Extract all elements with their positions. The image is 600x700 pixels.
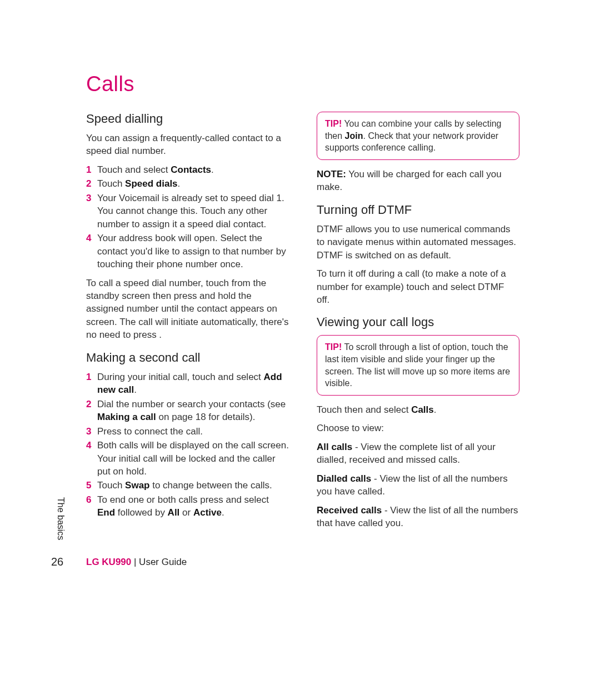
body-text: DTMF allows you to use numerical command… [317,223,519,262]
footer: LG KU990 | User Guide [86,557,187,568]
list-item: 4 Both calls will be displayed on the ca… [86,439,289,478]
section-heading-second-call: Making a second call [86,351,289,365]
step-text: Both calls will be displayed on the call… [97,439,289,478]
step-text: Dial the number or search your contacts … [97,398,289,424]
body-text: You can assign a frequently-called conta… [86,132,289,158]
tip-box: TIP! To scroll through a list of option,… [317,335,519,395]
definition-item: Received calls - View the list of all th… [317,504,519,530]
step-text: Touch Swap to change between the calls. [97,479,289,492]
step-text: To end one or both calls press and selec… [97,493,289,519]
step-text: Your address book will open. Select the … [97,232,289,271]
step-number: 2 [86,398,97,424]
step-text: Touch and select Contacts. [97,163,289,176]
body-text: Touch then and select Calls. [317,403,519,416]
step-number: 3 [86,425,97,438]
step-text: Press to connect the call. [97,425,289,438]
page-content: Calls Speed dialling You can assign a fr… [86,72,519,535]
step-number: 1 [86,163,97,176]
body-text: Choose to view: [317,422,519,434]
section-heading-speed-dialling: Speed dialling [86,112,289,126]
list-item: 5 Touch Swap to change between the calls… [86,479,289,492]
list-item: 3 Press to connect the call. [86,425,289,438]
list-item: 2 Dial the number or search your contact… [86,398,289,424]
tip-label: TIP! [325,342,342,352]
list-item: 1 Touch and select Contacts. [86,163,289,176]
section-side-label: The basics [56,497,66,540]
note-text: NOTE: You will be charged for each call … [317,168,519,194]
step-number: 1 [86,371,97,397]
body-text: To call a speed dial number, touch from … [86,277,289,342]
step-number: 5 [86,479,97,492]
two-column-layout: Speed dialling You can assign a frequent… [86,112,519,535]
step-number: 2 [86,177,97,190]
list-item: 4 Your address book will open. Select th… [86,232,289,271]
definition-item: Dialled calls - View the list of all the… [317,472,519,498]
list-item: 3 Your Voicemail is already set to speed… [86,192,289,231]
step-text: Touch Speed dials. [97,177,289,190]
step-text: Your Voicemail is already set to speed d… [97,192,289,231]
step-number: 4 [86,232,97,271]
step-number: 6 [86,493,97,519]
body-text: To turn it off during a call (to make a … [317,267,519,306]
note-label: NOTE: [317,169,346,179]
left-column: Speed dialling You can assign a frequent… [86,112,289,535]
page-number: 26 [51,556,63,568]
tip-box: TIP! You can combine your calls by selec… [317,112,519,160]
step-number: 3 [86,192,97,231]
section-heading-call-logs: Viewing your call logs [317,315,519,329]
footer-rest: | User Guide [131,557,187,567]
footer-brand: LG KU990 [86,557,131,567]
section-heading-dtmf: Turning off DTMF [317,203,519,217]
definition-item: All calls - View the complete list of al… [317,441,519,467]
tip-label: TIP! [325,119,342,128]
list-item: 1 During your initial call, touch and se… [86,371,289,397]
step-number: 4 [86,439,97,478]
steps-list-speed-dialling: 1 Touch and select Contacts. 2 Touch Spe… [86,163,289,271]
list-item: 6 To end one or both calls press and sel… [86,493,289,519]
right-column: TIP! You can combine your calls by selec… [317,112,519,535]
page-title: Calls [86,72,519,96]
step-text: During your initial call, touch and sele… [97,371,289,397]
list-item: 2 Touch Speed dials. [86,177,289,190]
steps-list-second-call: 1 During your initial call, touch and se… [86,371,289,519]
